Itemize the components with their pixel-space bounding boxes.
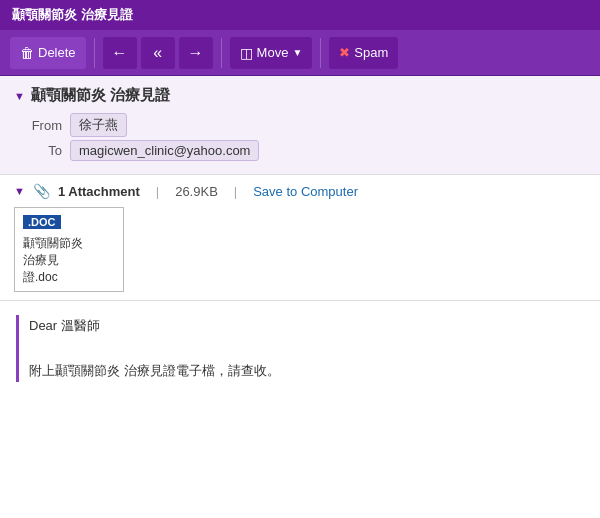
file-name: 顳顎關節炎治療見證.doc: [23, 235, 115, 285]
attachment-collapse-toggle[interactable]: ▼: [14, 185, 25, 197]
trash-icon: 🗑: [20, 45, 34, 61]
email-subject: 顳顎關節炎 治療見證: [31, 86, 170, 105]
reply-button[interactable]: ←: [103, 37, 137, 69]
body-content: 附上顳顎關節炎 治療見證電子檔，請查收。: [29, 360, 584, 382]
doc-badge: .DOC: [23, 215, 61, 229]
toolbar: 🗑 Delete ← « → ◫ Move ▼ ✖ Spam: [0, 30, 600, 76]
save-to-computer-link[interactable]: Save to Computer: [253, 184, 358, 199]
separator-1: [94, 38, 95, 68]
reply-all-button[interactable]: «: [141, 37, 175, 69]
move-icon: ◫: [240, 45, 253, 61]
from-label: From: [30, 118, 62, 133]
attachment-separator: |: [156, 184, 159, 199]
attachment-file[interactable]: .DOC 顳顎關節炎治療見證.doc: [14, 207, 124, 292]
attachment-count: 1 Attachment: [58, 184, 140, 199]
title-bar-text: 顳顎關節炎 治療見證: [12, 6, 133, 24]
subject-collapse-toggle[interactable]: ▼: [14, 90, 25, 102]
subject-section: ▼ 顳顎關節炎 治療見證 From 徐子燕 To magicwen_clinic…: [0, 76, 600, 175]
to-row: To magicwen_clinic@yahoo.com: [30, 140, 586, 161]
from-row: From 徐子燕: [30, 113, 586, 137]
delete-button[interactable]: 🗑 Delete: [10, 37, 86, 69]
paperclip-icon: 📎: [33, 183, 50, 199]
separator-2: [221, 38, 222, 68]
subject-header: ▼ 顳顎關節炎 治療見證: [14, 86, 586, 105]
attachment-section: ▼ 📎 1 Attachment | 26.9KB | Save to Comp…: [0, 175, 600, 301]
body-greeting: Dear 溫醫師: [29, 315, 584, 337]
forward-button[interactable]: →: [179, 37, 213, 69]
forward-icon: →: [188, 44, 204, 62]
reply-icon: ←: [112, 44, 128, 62]
attachment-size: 26.9KB: [175, 184, 218, 199]
move-dropdown-icon: ▼: [292, 47, 302, 58]
delete-label: Delete: [38, 45, 76, 60]
spam-button[interactable]: ✖ Spam: [329, 37, 398, 69]
spam-x-icon: ✖: [339, 45, 350, 60]
to-label: To: [30, 143, 62, 158]
to-value: magicwen_clinic@yahoo.com: [70, 140, 259, 161]
attachment-header: ▼ 📎 1 Attachment | 26.9KB | Save to Comp…: [14, 183, 586, 199]
attachment-container: ▼ 📎 1 Attachment | 26.9KB | Save to Comp…: [14, 183, 586, 292]
move-label: Move: [257, 45, 289, 60]
separator-3: [320, 38, 321, 68]
reply-all-icon: «: [153, 44, 162, 62]
spam-label: Spam: [354, 45, 388, 60]
body-text-container: Dear 溫醫師 附上顳顎關節炎 治療見證電子檔，請查收。: [16, 315, 584, 381]
title-bar: 顳顎關節炎 治療見證: [0, 0, 600, 30]
email-body: Dear 溫醫師 附上顳顎關節炎 治療見證電子檔，請查收。: [0, 301, 600, 395]
move-button[interactable]: ◫ Move ▼: [230, 37, 313, 69]
email-area: ▼ 顳顎關節炎 治療見證 From 徐子燕 To magicwen_clinic…: [0, 76, 600, 396]
attachment-separator-2: |: [234, 184, 237, 199]
from-value: 徐子燕: [70, 113, 127, 137]
